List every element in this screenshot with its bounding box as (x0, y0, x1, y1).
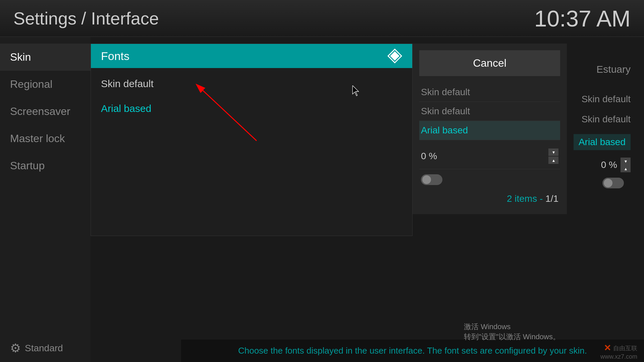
sidebar-bottom: ⚙ Standard (0, 335, 91, 362)
content-area: Estuary Skin default Skin default Arial … (91, 37, 644, 362)
font-option-arial-based[interactable]: Arial based (91, 96, 412, 121)
dialog-toggle-row (419, 169, 560, 190)
watermark-x-icon: ✕ (604, 343, 611, 353)
top-bar: Settings / Interface 10:37 AM (0, 0, 644, 37)
watermark-site: 自由互联 (613, 344, 637, 352)
dialog-body: Skin default Arial based (91, 68, 412, 236)
right-panel-arial-based: Arial based (419, 121, 560, 140)
sidebar-item-screensaver[interactable]: Screensaver (0, 98, 91, 125)
kodi-logo-icon (387, 49, 402, 63)
bottom-bar: Choose the fonts displayed in the user i… (181, 340, 644, 362)
dialog-title: Fonts (101, 50, 129, 63)
clock: 10:37 AM (534, 5, 631, 32)
sidebar: Skin Regional Screensaver Master lock St… (0, 37, 91, 362)
main-layout: Skin Regional Screensaver Master lock St… (0, 37, 644, 362)
dialog-chevrons: ▾ ▴ (548, 148, 558, 164)
watermark-url: www.xz7.com (600, 353, 637, 360)
cancel-button[interactable]: Cancel (419, 50, 560, 76)
windows-activation: 激活 Windows 转到"设置"以激活 Windows。 (464, 322, 560, 342)
dialog-chevron-up-button[interactable]: ▴ (548, 157, 558, 164)
font-option-skin-default[interactable]: Skin default (91, 71, 412, 96)
dialog-toggle-switch[interactable] (421, 174, 442, 185)
sidebar-item-startup[interactable]: Startup (0, 152, 91, 179)
gear-icon: ⚙ (10, 341, 21, 355)
sidebar-item-regional[interactable]: Regional (0, 71, 91, 98)
items-count: 2 items - 1/1 (419, 190, 560, 207)
sidebar-bottom-label: Standard (25, 343, 63, 354)
dialog-percent-value: 0 % (421, 151, 437, 162)
right-panel-skin-default-1: Skin default (419, 83, 560, 102)
dialog-right-panel: Cancel Skin default Skin default Arial b… (413, 44, 567, 214)
dialog-header: Fonts (91, 44, 412, 68)
dialog-chevron-down-button[interactable]: ▾ (548, 148, 558, 156)
page-title: Settings / Interface (13, 8, 159, 28)
right-panel-skin-default-2: Skin default (419, 102, 560, 121)
sidebar-item-skin[interactable]: Skin (0, 44, 91, 71)
sidebar-item-master-lock[interactable]: Master lock (0, 125, 91, 152)
fonts-dialog: Fonts Skin default Arial based (91, 44, 413, 236)
bottom-bar-text: Choose the fonts displayed in the user i… (238, 346, 587, 356)
dialog-percent-row: 0 % ▾ ▴ (419, 143, 560, 169)
dialog-overlay: Fonts Skin default Arial based (91, 37, 644, 362)
watermark: ✕ 自由互联 www.xz7.com (600, 343, 637, 360)
